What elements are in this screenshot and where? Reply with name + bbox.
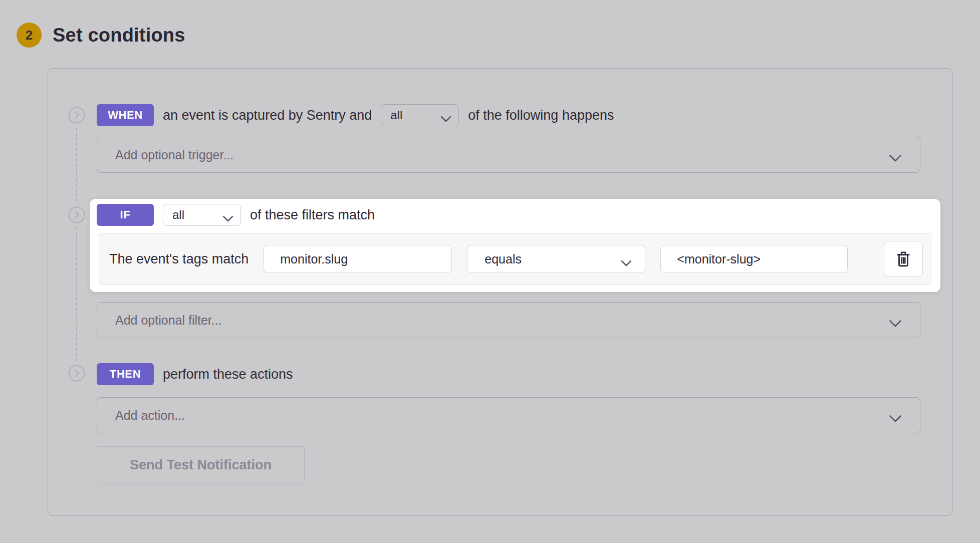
when-match-select-value: all — [390, 108, 402, 122]
if-row: IF all of these filters match — [97, 204, 931, 226]
filter-condition-row: The event's tags match equals — [99, 233, 931, 285]
section-header: 2 Set conditions — [17, 23, 185, 48]
if-match-select[interactable]: all — [163, 204, 241, 226]
chevron-right-circle-icon — [68, 206, 85, 223]
add-trigger-placeholder: Add optional trigger... — [115, 148, 233, 162]
add-filter-select[interactable]: Add optional filter... — [97, 302, 920, 338]
if-match-select-value: all — [172, 208, 184, 222]
filter-match-select[interactable]: equals — [467, 245, 645, 273]
chevron-down-icon — [621, 255, 632, 262]
chevron-down-icon — [889, 316, 902, 324]
rules-panel: WHEN an event is captured by Sentry and … — [48, 68, 952, 516]
when-text-before: an event is captured by Sentry and — [163, 108, 372, 123]
if-text-after: of these filters match — [250, 207, 375, 223]
chevron-down-icon — [889, 411, 902, 419]
page-title: Set conditions — [53, 25, 185, 46]
filter-key-input[interactable] — [264, 245, 452, 273]
delete-condition-button[interactable] — [884, 241, 923, 277]
chevron-down-icon — [889, 151, 902, 159]
when-match-select[interactable]: all — [381, 104, 459, 126]
filter-value-input[interactable] — [660, 245, 848, 273]
when-text-after: of the following happens — [468, 108, 614, 123]
when-badge: WHEN — [97, 104, 154, 126]
if-badge: IF — [97, 204, 154, 226]
set-conditions-page: 2 Set conditions WHEN an event is captur… — [0, 0, 980, 543]
chevron-down-icon — [440, 112, 451, 119]
rail-connector — [76, 227, 77, 361]
add-action-select[interactable]: Add action... — [97, 397, 920, 433]
chevron-right-circle-icon — [68, 107, 85, 124]
filter-match-select-value: equals — [484, 252, 522, 266]
step-number-badge: 2 — [17, 23, 42, 48]
add-action-placeholder: Add action... — [115, 408, 185, 423]
add-filter-placeholder: Add optional filter... — [115, 313, 222, 328]
send-test-notification-button[interactable]: Send Test Notification — [97, 446, 305, 483]
when-row: WHEN an event is captured by Sentry and … — [97, 104, 920, 126]
rail-connector — [76, 128, 77, 202]
then-badge: THEN — [97, 363, 154, 385]
chevron-down-icon — [222, 211, 233, 218]
chevron-right-circle-icon — [68, 365, 85, 382]
then-text-after: perform these actions — [163, 367, 293, 382]
if-condition-card: IF all of these filters match The event'… — [90, 199, 940, 292]
trash-icon — [895, 250, 911, 267]
add-trigger-select[interactable]: Add optional trigger... — [97, 137, 920, 173]
filter-condition-label: The event's tags match — [109, 251, 249, 267]
then-row: THEN perform these actions — [97, 363, 920, 385]
